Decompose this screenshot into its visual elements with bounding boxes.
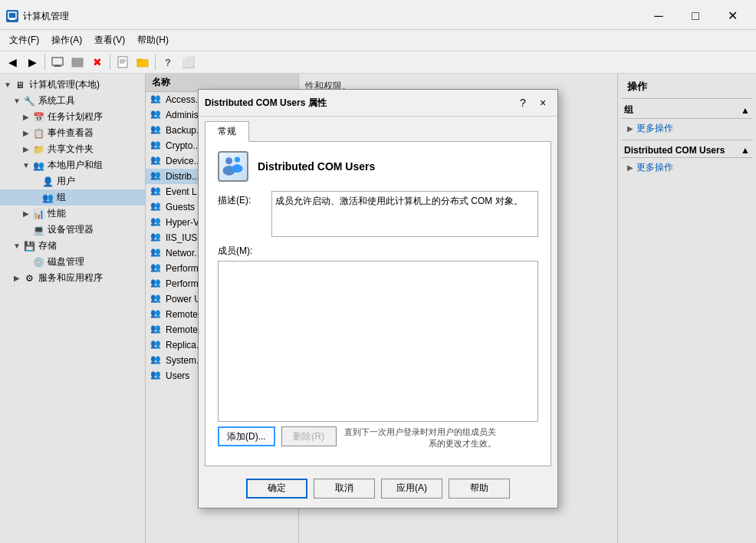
- svg-rect-8: [72, 64, 83, 67]
- toolbar-list[interactable]: [68, 53, 87, 71]
- apply-button[interactable]: 应用(A): [381, 479, 442, 499]
- svg-point-17: [235, 156, 240, 162]
- svg-rect-14: [137, 59, 142, 61]
- menu-bar: 文件(F) 操作(A) 查看(V) 帮助(H): [0, 30, 756, 51]
- help-button[interactable]: 帮助: [449, 479, 510, 499]
- menu-action[interactable]: 操作(A): [45, 31, 88, 49]
- dialog-body: Distributed COM Users 描述(E): 成员(M): 添加(D…: [205, 141, 551, 466]
- svg-rect-7: [72, 61, 83, 64]
- toolbar: ◀ ▶ ✖ ? ⬜: [0, 51, 756, 74]
- svg-rect-0: [8, 12, 16, 18]
- members-label: 成员(M):: [218, 245, 538, 258]
- dialog-close-btn[interactable]: ×: [534, 94, 551, 111]
- menu-view[interactable]: 查看(V): [88, 31, 131, 49]
- group-icon-large: [218, 151, 248, 182]
- dialog-footer: 确定 取消 应用(A) 帮助: [199, 472, 557, 508]
- description-row: 描述(E):: [218, 191, 538, 237]
- members-listbox[interactable]: [218, 261, 538, 422]
- dialog-title-bar: Distributed COM Users 属性 ? ×: [199, 90, 557, 117]
- svg-rect-6: [72, 58, 83, 61]
- dialog-controls: ? ×: [514, 94, 551, 111]
- dialog-group-name: Distributed COM Users: [258, 160, 375, 173]
- window-controls: ─ □ ✕: [641, 5, 750, 28]
- toolbar-forward[interactable]: ▶: [23, 53, 41, 71]
- toolbar-sep3: [155, 54, 156, 70]
- svg-rect-5: [54, 66, 61, 67]
- dialog-title: Distributed COM Users 属性: [205, 97, 327, 110]
- members-buttons-row: 添加(D)... 删除(R) 直到下一次用户登录时对用户的组成员关系的更改才生效…: [218, 426, 538, 450]
- toolbar-back[interactable]: ◀: [3, 53, 21, 71]
- cancel-button[interactable]: 取消: [314, 479, 375, 499]
- members-note: 直到下一次用户登录时对用户的组成员关系的更改才生效。: [343, 426, 496, 450]
- svg-point-15: [225, 157, 232, 164]
- toolbar-folder[interactable]: [133, 53, 152, 71]
- close-button[interactable]: ✕: [715, 5, 750, 28]
- tab-general[interactable]: 常规: [205, 121, 249, 142]
- minimize-button[interactable]: ─: [641, 5, 676, 28]
- add-button[interactable]: 添加(D)...: [218, 426, 275, 446]
- description-label: 描述(E):: [218, 191, 271, 207]
- app-icon: [6, 10, 18, 22]
- menu-file[interactable]: 文件(F): [3, 31, 45, 49]
- ok-button[interactable]: 确定: [246, 479, 307, 499]
- dialog-tabs: 常规: [199, 117, 557, 141]
- svg-rect-3: [52, 58, 63, 65]
- window-title: 计算机管理: [23, 10, 69, 23]
- svg-rect-9: [118, 57, 127, 67]
- toolbar-doc[interactable]: [113, 53, 132, 71]
- dialog: Distributed COM Users 属性 ? × 常规: [198, 89, 558, 508]
- maximize-button[interactable]: □: [678, 5, 713, 28]
- group-header-row: Distributed COM Users: [218, 151, 538, 182]
- svg-point-18: [232, 164, 242, 173]
- title-bar: 计算机管理 ─ □ ✕: [0, 0, 756, 30]
- toolbar-computer[interactable]: [48, 53, 67, 71]
- toolbar-square[interactable]: ⬜: [179, 53, 197, 71]
- toolbar-sep1: [44, 54, 45, 70]
- description-textarea[interactable]: [271, 191, 538, 237]
- toolbar-sep2: [110, 54, 110, 70]
- svg-rect-2: [9, 19, 15, 20]
- menu-help[interactable]: 帮助(H): [131, 31, 175, 49]
- dialog-overlay: Distributed COM Users 属性 ? × 常规: [0, 74, 756, 543]
- main-area: ▼ 🖥 计算机管理(本地) ▼ 🔧 系统工具 ▶ 📅 任务计划程序 ▶ 📋 事件…: [0, 74, 756, 543]
- remove-button[interactable]: 删除(R): [281, 426, 337, 446]
- toolbar-help[interactable]: ?: [159, 53, 177, 71]
- dialog-help-btn[interactable]: ?: [514, 94, 531, 111]
- toolbar-delete[interactable]: ✖: [88, 53, 107, 71]
